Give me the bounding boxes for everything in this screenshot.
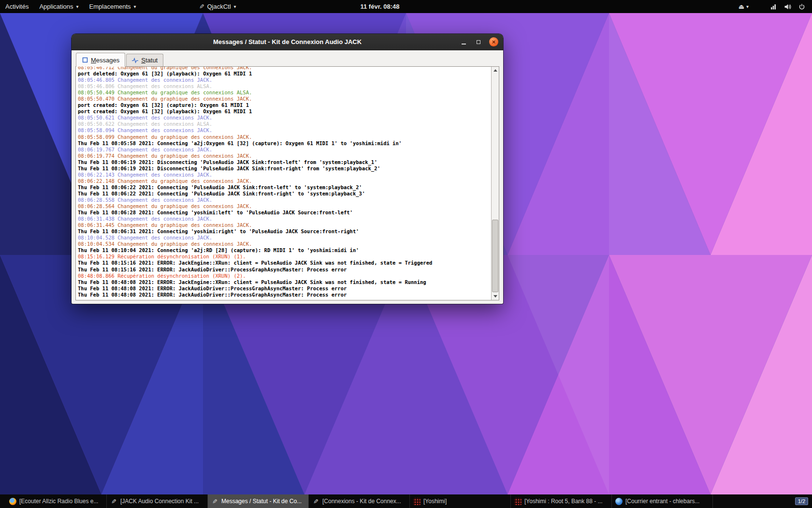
applications-menu[interactable]: Applications (34, 0, 84, 13)
log-line: 08:06:31.438 Changement des connexions J… (78, 216, 491, 222)
log-line: 08:10:04.528 Changement des connexions J… (78, 235, 491, 241)
scroll-up-button[interactable] (492, 67, 499, 74)
taskbar-item-label: [Ecouter Allzic Radio Blues e... (19, 498, 98, 505)
log-line: 08:05:50.470 Changement du graphique des… (78, 96, 491, 102)
qjackctl-pen-icon (211, 498, 218, 505)
taskbar-item[interactable]: [Yoshimi] (410, 494, 511, 508)
log-line: Thu Feb 11 08:06:22 2021: Connecting 'Pu… (78, 191, 491, 197)
yoshimi-icon (514, 498, 522, 505)
qjackctl-messages-window: Messages / Statut - Kit de Connexion Aud… (72, 34, 503, 304)
log-line: Thu Feb 11 08:15:16 2021: ERROR: JackAud… (78, 267, 491, 273)
titlebar-buttons (459, 34, 498, 50)
eject-icon (739, 3, 744, 10)
network-icon (770, 3, 777, 10)
volume-icon (784, 3, 791, 10)
log-line: 08:05:50.622 Changement des connexions A… (78, 121, 491, 127)
activities-label: Activités (5, 3, 29, 10)
taskbar-item[interactable]: [Connexions - Kit de Connex... (309, 494, 410, 508)
appmenu-label: QjackCtl (207, 3, 231, 10)
log-line: 08:06:28.558 Changement des connexions J… (78, 197, 491, 203)
taskbar-item[interactable]: Messages / Statut - Kit de Co... (208, 494, 309, 508)
activities-button[interactable]: Activités (0, 0, 34, 13)
titlebar[interactable]: Messages / Statut - Kit de Connexion Aud… (72, 34, 503, 50)
minimize-icon (462, 44, 466, 45)
scrollbar[interactable] (491, 67, 499, 300)
log-line: Thu Feb 11 08:06:31 2021: Connecting 'yo… (78, 228, 491, 235)
window-title: Messages / Statut - Kit de Connexion Aud… (213, 38, 362, 45)
qjackctl-pen-icon (110, 498, 117, 505)
log-line: port created: Oxygen 61 [32] (capture): … (78, 102, 491, 108)
taskbar-item[interactable]: [JACK Audio Connection Kit ... (107, 494, 208, 508)
power-icon (798, 3, 805, 10)
taskbar-item-label: [JACK Audio Connection Kit ... (120, 498, 199, 505)
log-line: 08:05:58.094 Changement des connexions J… (78, 127, 491, 134)
log-line: Thu Feb 11 08:06:28 2021: Connecting 'yo… (78, 209, 491, 216)
log-line: Thu Feb 11 08:06:19 2021: Disconnecting … (78, 165, 491, 172)
close-button[interactable] (489, 37, 498, 46)
window-body: Messages Statut 08:05:46.712 Changement … (72, 50, 503, 304)
log-line: 08:06:19.774 Changement du graphique des… (78, 153, 491, 159)
taskbar-item-label: [Courrier entrant - chlebars... (625, 498, 699, 505)
qjackctl-pen-icon (199, 3, 204, 10)
log-line: 08:06:22.143 Changement des connexions J… (78, 172, 491, 178)
scrollbar-thumb[interactable] (492, 220, 498, 292)
scrollbar-track[interactable] (492, 74, 499, 293)
minimize-button[interactable] (459, 38, 468, 46)
chevron-down-icon (234, 4, 236, 9)
taskbar-item-label: [Connexions - Kit de Connex... (322, 498, 401, 505)
messages-log-view[interactable]: 08:05:46.712 Changement du graphique des… (76, 67, 491, 300)
log-line: 08:05:50.621 Changement des connexions J… (78, 115, 491, 121)
log-line: 08:10:04.534 Changement du graphique des… (78, 241, 491, 247)
workspace-pager[interactable]: 1/2 (795, 497, 808, 505)
removable-media-menu[interactable] (739, 3, 749, 10)
log-line: 08:48:08.866 Récupération désynchronisat… (78, 273, 491, 279)
taskbar-item-label: [Yoshimi : Root 5, Bank 88 - ... (524, 498, 603, 505)
places-label: Emplacements (89, 3, 131, 10)
places-menu[interactable]: Emplacements (84, 0, 142, 13)
log-line: port deleted: Oxygen 61 [32] (playback):… (78, 71, 491, 77)
taskbar-item[interactable]: [Courrier entrant - chlebars... (612, 494, 713, 508)
log-line: Thu Feb 11 08:48:08 2021: ERROR: JackAud… (78, 285, 491, 292)
chevron-down-icon (134, 4, 136, 9)
taskbar-item-label: Messages / Statut - Kit de Co... (221, 498, 302, 505)
messages-log-frame: 08:05:46.712 Changement du graphique des… (75, 66, 499, 300)
taskbar-item[interactable]: [Yoshimi : Root 5, Bank 88 - ... (511, 494, 612, 508)
scroll-down-button[interactable] (492, 293, 499, 300)
taskbar: [Ecouter Allzic Radio Blues e... [JACK A… (0, 494, 812, 508)
yoshimi-icon (413, 498, 420, 505)
tab-statut[interactable]: Statut (126, 54, 163, 66)
appmenu-qjackctl[interactable]: QjackCtl (194, 0, 242, 13)
log-line: Thu Feb 11 08:15:16 2021: ERROR: JackEng… (78, 260, 491, 266)
log-line: 08:05:58.099 Changement du graphique des… (78, 134, 491, 140)
log-line: 08:06:22.148 Changement du graphique des… (78, 178, 491, 184)
thunderbird-icon (615, 498, 623, 505)
log-line: Thu Feb 11 08:48:08 2021: ERROR: JackAud… (78, 292, 491, 298)
log-line: 08:05:46.712 Changement du graphique des… (78, 67, 491, 71)
status-tab-icon (132, 57, 138, 63)
log-line: Thu Feb 11 08:10:04 2021: Connecting 'a2… (78, 247, 491, 254)
log-line: Thu Feb 11 08:48:08 2021: ERROR: JackEng… (78, 279, 491, 285)
clock-label: 11 févr. 08:48 (361, 3, 400, 10)
log-line: Thu Feb 11 08:05:58 2021: Connecting 'a2… (78, 140, 491, 147)
system-status-area[interactable] (739, 0, 812, 13)
top-bar: Activités Applications Emplacements Qjac… (0, 0, 812, 13)
taskbar-item-label: [Yoshimi] (423, 498, 447, 505)
qjackctl-pen-icon (312, 498, 319, 505)
log-line: 08:06:31.445 Changement du graphique des… (78, 222, 491, 228)
log-line: 08:05:46.805 Changement des connexions J… (78, 77, 491, 83)
applications-label: Applications (39, 3, 73, 10)
taskbar-item[interactable]: [Ecouter Allzic Radio Blues e... (6, 494, 107, 508)
chevron-down-icon (76, 4, 79, 9)
log-line: 08:05:46.806 Changement des connexions A… (78, 83, 491, 90)
log-lines: 08:05:46.712 Changement du graphique des… (78, 67, 491, 298)
log-line: 08:05:50.449 Changement du graphique des… (78, 90, 491, 96)
taskbar-items: [Ecouter Allzic Radio Blues e... [JACK A… (6, 494, 713, 508)
log-line: 08:06:28.564 Changement du graphique des… (78, 203, 491, 209)
maximize-button[interactable] (474, 38, 483, 46)
maximize-icon (477, 40, 480, 44)
log-line: port created: Oxygen 61 [32] (playback):… (78, 108, 491, 115)
tab-messages[interactable]: Messages (76, 53, 125, 67)
clock[interactable]: 11 févr. 08:48 (361, 0, 400, 13)
tab-messages-label: Messages (91, 57, 119, 64)
log-line: Thu Feb 11 08:06:22 2021: Connecting 'Pu… (78, 184, 491, 191)
